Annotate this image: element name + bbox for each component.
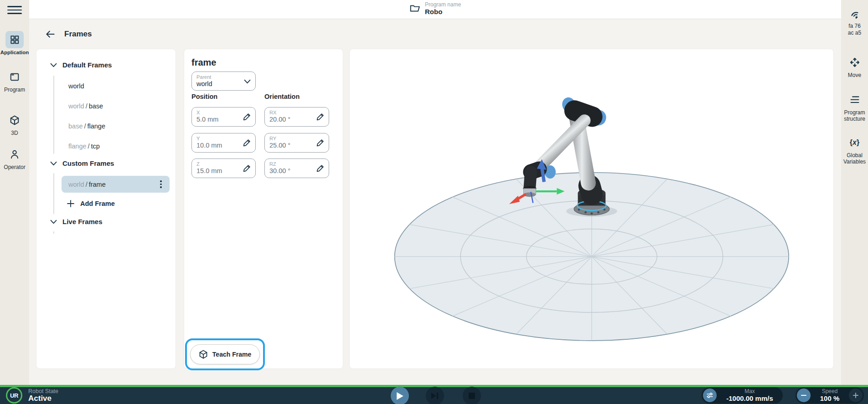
frame-tree-panel: Default Frames world world/base base/fla… xyxy=(36,49,176,369)
stop-icon xyxy=(469,393,475,399)
robot-state-value: Active xyxy=(28,394,58,403)
position-label: Position xyxy=(191,93,217,100)
hamburger-menu-icon[interactable] xyxy=(7,4,22,16)
cube-icon xyxy=(199,350,208,359)
sidebar-item-move[interactable]: Move xyxy=(841,54,868,79)
teach-frame-button[interactable]: Teach Frame xyxy=(190,344,260,364)
device-id-line1: fa 76 xyxy=(848,23,861,30)
remote-connection-indicator[interactable]: fa 76 ac a5 xyxy=(841,5,868,36)
viewport-3d-panel[interactable] xyxy=(349,49,834,369)
left-sidebar: Application Program 3D Operator xyxy=(0,0,29,385)
footer-bar: UR Robot State Active Max -1000.00 mm/s xyxy=(0,385,868,404)
plus-icon xyxy=(67,199,75,208)
plus-icon xyxy=(852,392,859,399)
global-variables-icon: {x} xyxy=(846,134,864,151)
sliders-icon xyxy=(706,392,713,399)
polyscope-app: Application Program 3D Operator xyxy=(0,0,868,404)
edit-pencil-icon[interactable] xyxy=(316,164,325,173)
application-grid-icon xyxy=(5,31,24,48)
teach-frame-focus-ring: Teach Frame xyxy=(185,338,265,370)
tree-item-base-flange[interactable]: base/flange xyxy=(68,123,105,130)
page-header: Frames xyxy=(44,28,92,40)
section-default-frames[interactable]: Default Frames xyxy=(50,61,112,69)
position-z-field[interactable]: Z 15.0 mm xyxy=(191,159,256,178)
max-speed-pill: Max -1000.00 mm/s xyxy=(702,387,783,404)
speed-settings-button[interactable] xyxy=(703,389,717,402)
sidebar-item-operator[interactable]: Operator xyxy=(0,146,29,171)
sidebar-item-label: Global Variables xyxy=(842,153,868,165)
parent-frame-select[interactable]: Parent world xyxy=(191,72,256,91)
robot-3d-scene xyxy=(350,49,834,369)
program-name-chip[interactable]: Program name Robo xyxy=(409,1,461,15)
add-frame-button[interactable]: Add Frame xyxy=(67,199,115,208)
program-structure-list-icon xyxy=(846,91,864,108)
tree-item-world-base[interactable]: world/base xyxy=(68,102,103,110)
speed-increase-button[interactable] xyxy=(849,389,863,402)
sidebar-item-label: Operator xyxy=(4,164,25,171)
edit-pencil-icon[interactable] xyxy=(243,138,251,147)
section-label: Live Frames xyxy=(62,218,103,225)
parent-value: world xyxy=(196,80,212,87)
section-live-frames[interactable]: Live Frames xyxy=(50,218,103,225)
sidebar-item-label: Application xyxy=(0,50,29,56)
cube-3d-icon xyxy=(5,112,24,129)
step-button[interactable] xyxy=(426,387,444,404)
position-y-field[interactable]: Y 10.0 mm xyxy=(191,133,256,153)
edit-pencil-icon[interactable] xyxy=(316,138,325,147)
sidebar-item-application[interactable]: Application xyxy=(0,31,29,56)
top-bar: Program name Robo xyxy=(29,0,841,19)
device-id-line2: ac a5 xyxy=(848,30,861,36)
frame-title: frame xyxy=(191,57,216,68)
edit-pencil-icon[interactable] xyxy=(316,113,325,121)
right-sidebar: fa 76 ac a5 Move Program structure {x} G… xyxy=(841,0,868,385)
position-x-field[interactable]: X 5.0 mm xyxy=(191,107,256,127)
program-name-value: Robo xyxy=(425,8,461,15)
tree-item-world[interactable]: world xyxy=(68,82,84,90)
section-label: Custom Frames xyxy=(62,159,114,167)
chevron-down-icon xyxy=(244,79,251,84)
robot-state-label: Robot State xyxy=(28,388,58,394)
robot-state: Robot State Active xyxy=(28,388,58,403)
speed-decrease-button[interactable] xyxy=(797,389,811,402)
chevron-down-icon xyxy=(50,161,57,166)
section-custom-frames[interactable]: Custom Frames xyxy=(50,159,114,167)
parent-label: Parent xyxy=(196,74,251,80)
edit-pencil-icon[interactable] xyxy=(243,113,251,121)
edit-pencil-icon[interactable] xyxy=(243,164,251,173)
speed-value: 100 % xyxy=(820,394,840,402)
program-window-icon xyxy=(5,68,24,86)
orientation-rx-field[interactable]: RX 20.00 ° xyxy=(264,107,329,127)
folder-icon xyxy=(409,3,420,14)
sidebar-item-global-variables[interactable]: {x} Global Variables xyxy=(841,134,868,165)
stop-button[interactable] xyxy=(463,387,481,404)
sidebar-item-program-structure[interactable]: Program structure xyxy=(841,91,868,122)
orientation-ry-field[interactable]: RY 25.00 ° xyxy=(264,133,329,153)
back-arrow-icon[interactable] xyxy=(44,28,56,40)
tree-indent-guide xyxy=(53,76,54,154)
sidebar-item-3d[interactable]: 3D xyxy=(0,112,29,137)
play-icon xyxy=(397,392,403,400)
orientation-label: Orientation xyxy=(264,93,300,100)
sidebar-item-program[interactable]: Program xyxy=(0,68,29,93)
chevron-down-icon xyxy=(50,219,57,225)
tree-indent-guide xyxy=(53,173,54,214)
program-name-label: Program name xyxy=(425,1,461,8)
play-button[interactable] xyxy=(391,387,409,404)
tree-item-world-frame-selected[interactable]: world/frame xyxy=(62,176,170,193)
tree-indent-guide xyxy=(53,231,54,234)
sidebar-item-label: Program structure xyxy=(842,110,868,122)
orientation-rz-field[interactable]: RZ 30.00 ° xyxy=(264,159,329,178)
operator-person-icon xyxy=(5,146,24,163)
chevron-down-icon xyxy=(50,62,57,68)
sidebar-item-label: Move xyxy=(848,72,861,79)
sidebar-item-label: 3D xyxy=(11,130,18,137)
page-title: Frames xyxy=(64,30,92,39)
minus-icon xyxy=(801,392,807,399)
move-arrows-icon xyxy=(846,54,864,71)
tree-item-flange-tcp[interactable]: flange/tcp xyxy=(68,143,100,150)
max-label: Max xyxy=(744,389,755,394)
kebab-menu-icon[interactable] xyxy=(157,179,165,189)
skip-icon xyxy=(431,393,439,399)
tree-item-world-frame: world/frame xyxy=(68,181,106,188)
section-label: Default Frames xyxy=(62,61,112,69)
